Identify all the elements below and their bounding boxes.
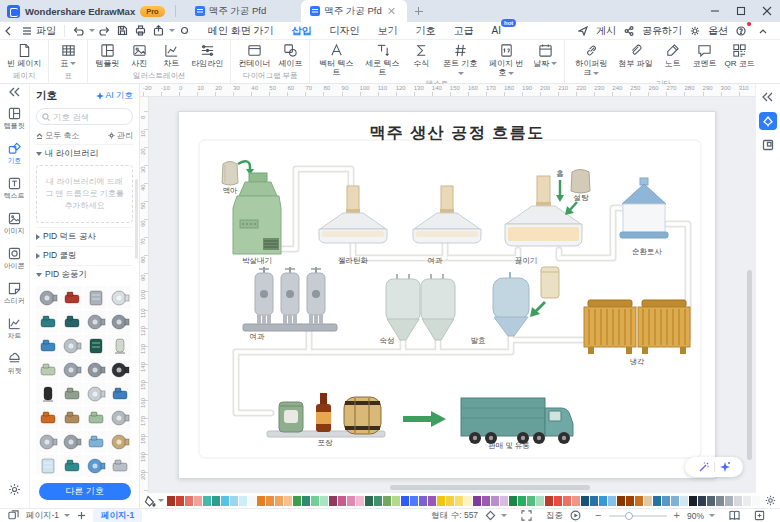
sidebar-item-template[interactable]: 템플릿 [1, 105, 29, 133]
color-swatch[interactable] [554, 496, 562, 506]
color-swatch[interactable] [410, 496, 418, 506]
symbol-thumbnail[interactable] [108, 286, 131, 309]
symbol-thumbnail[interactable] [84, 454, 107, 477]
container-button[interactable]: 컨테이너 [235, 42, 273, 69]
collapse-all-button[interactable]: 모두 축소 [36, 130, 79, 141]
close-tab-icon[interactable] [386, 5, 398, 17]
color-swatch[interactable] [437, 496, 445, 506]
redo-icon[interactable] [95, 23, 113, 39]
page-dropdown[interactable]: 페이지-1 [26, 510, 70, 522]
collapse-right-panel-icon[interactable] [759, 88, 777, 106]
symbol-thumbnail[interactable] [60, 334, 83, 357]
symbol-thumbnail[interactable] [60, 430, 83, 453]
qr-code-button[interactable]: QR 코드 [721, 42, 757, 69]
menu-insert[interactable]: 삽입 [292, 24, 312, 38]
yeast-can-shape[interactable] [530, 267, 559, 317]
symbol-search-input[interactable] [53, 112, 117, 122]
color-swatch[interactable] [257, 496, 265, 506]
flow-arrow[interactable] [403, 411, 446, 427]
pages-panel-icon[interactable] [8, 510, 19, 521]
menu-view[interactable]: 보기 [378, 24, 398, 38]
close-window-button[interactable] [754, 0, 780, 22]
symbol-thumbnail[interactable] [36, 358, 59, 381]
delivery-truck-shape[interactable] [461, 398, 573, 444]
color-swatch[interactable] [347, 496, 355, 506]
color-swatch[interactable] [707, 496, 715, 506]
more-symbols-button[interactable]: 다른 기호 [39, 483, 131, 500]
symbol-thumbnail[interactable] [60, 310, 83, 333]
packaging-shape[interactable] [267, 393, 385, 437]
vertical-text-button[interactable]: 세로 텍스트 [360, 42, 404, 78]
page-tab-active[interactable]: 페이지-1 [93, 509, 142, 522]
symbol-thumbnail[interactable] [108, 310, 131, 333]
color-swatch[interactable] [527, 496, 535, 506]
symbol-thumbnail[interactable] [60, 382, 83, 405]
color-swatch[interactable] [338, 496, 346, 506]
symbol-thumbnail[interactable] [36, 310, 59, 333]
color-swatch[interactable] [716, 496, 724, 506]
vector-text-button[interactable]: 벡터 텍스트 [314, 42, 358, 78]
collapse-panel-icon[interactable] [9, 87, 21, 99]
color-swatch[interactable] [680, 496, 688, 506]
zoom-out-button[interactable]: − [595, 510, 601, 521]
symbol-thumbnail[interactable] [60, 406, 83, 429]
color-swatch[interactable] [383, 496, 391, 506]
color-swatch[interactable] [509, 496, 517, 506]
sidebar-item-image[interactable]: 이미지 [1, 210, 29, 238]
horizontal-scrollbar[interactable] [390, 485, 590, 490]
color-swatch[interactable] [689, 496, 697, 506]
color-swatch[interactable] [671, 496, 679, 506]
color-swatch[interactable] [599, 496, 607, 506]
symbol-thumbnail[interactable] [60, 358, 83, 381]
format-painter-icon[interactable] [175, 23, 193, 39]
sidebar-item-symbol[interactable]: 기호 [1, 140, 29, 168]
vertical-scrollbar[interactable] [747, 270, 752, 460]
color-swatch[interactable] [617, 496, 625, 506]
symbol-thumbnail[interactable] [84, 310, 107, 333]
pipes[interactable] [236, 169, 688, 413]
symbol-thumbnail[interactable] [60, 454, 83, 477]
publish-label[interactable]: 게시 [596, 24, 616, 38]
symbol-thumbnail[interactable] [108, 454, 131, 477]
symbol-thumbnail[interactable] [84, 358, 107, 381]
color-swatch[interactable] [374, 496, 382, 506]
options-gear-icon[interactable] [686, 23, 704, 39]
color-swatch[interactable] [356, 496, 364, 506]
share-icon[interactable] [620, 23, 638, 39]
color-swatch[interactable] [518, 496, 526, 506]
color-swatch[interactable] [572, 496, 580, 506]
color-swatch[interactable] [419, 496, 427, 506]
symbol-thumbnail[interactable] [84, 382, 107, 405]
whirlpool-silo-shape[interactable] [620, 178, 668, 238]
style-panel-icon[interactable] [759, 112, 777, 130]
color-swatch[interactable] [329, 496, 337, 506]
drawing-page[interactable]: 맥주 생산 공정 흐름도 [178, 111, 716, 479]
share-label[interactable]: 공유하기 [642, 24, 682, 38]
color-swatch[interactable] [662, 496, 670, 506]
menu-design[interactable]: 디자인 [330, 24, 360, 38]
panel-scrollbar[interactable] [135, 179, 138, 259]
color-swatch[interactable] [608, 496, 616, 506]
fermenter-shape[interactable] [493, 272, 529, 336]
filter-columns-shape[interactable] [243, 267, 337, 331]
focus-mode-button[interactable]: 집중 [546, 510, 563, 522]
color-swatch[interactable] [752, 496, 760, 506]
formula-button[interactable]: 수식 [406, 42, 436, 69]
collapse-ribbon-icon[interactable] [754, 23, 772, 39]
add-page-button[interactable] [77, 511, 86, 520]
theme-dropdown-icon[interactable] [485, 510, 507, 521]
color-swatch[interactable] [176, 496, 184, 506]
ai-symbol-link[interactable]: AI 기호 [96, 90, 133, 102]
color-swatch[interactable] [698, 496, 706, 506]
color-swatch[interactable] [239, 496, 247, 506]
color-swatch[interactable] [455, 496, 463, 506]
color-swatch[interactable] [311, 496, 319, 506]
color-swatch[interactable] [446, 496, 454, 506]
maximize-button[interactable] [728, 0, 754, 22]
symbol-thumbnail[interactable] [108, 358, 131, 381]
table-button[interactable]: 표 [53, 42, 83, 69]
color-swatch[interactable] [536, 496, 544, 506]
save-icon[interactable] [113, 23, 131, 39]
sidebar-item-sticker[interactable]: 스티커 [1, 280, 29, 308]
date-button[interactable]: 날짜 [530, 42, 560, 69]
